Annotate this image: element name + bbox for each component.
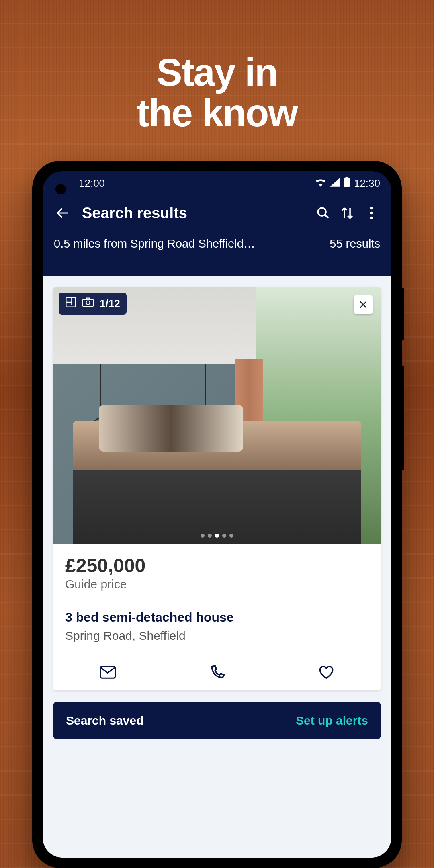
listing-card[interactable]: 1/12 £250,000 Guide price bbox=[53, 287, 381, 690]
filter-bar: 0.5 miles from Spring Road Sheffield… 55… bbox=[43, 237, 391, 265]
action-row bbox=[53, 654, 381, 690]
favourite-button[interactable] bbox=[272, 654, 381, 690]
svg-point-11 bbox=[86, 301, 90, 305]
svg-rect-0 bbox=[344, 178, 350, 187]
status-time-left: 12:00 bbox=[79, 177, 105, 190]
status-bar: 12:00 12:30 bbox=[43, 171, 391, 195]
toast-message: Search saved bbox=[66, 714, 143, 727]
phone-frame: 12:00 12:30 Search results bbox=[32, 161, 402, 868]
promo-line-1: Stay in bbox=[0, 52, 434, 93]
camera-hole bbox=[55, 184, 66, 194]
carousel-dots bbox=[201, 534, 233, 538]
description-block: 3 bed semi-detached house Spring Road, S… bbox=[53, 600, 381, 654]
close-button[interactable] bbox=[354, 295, 373, 314]
phone-side-button-1 bbox=[401, 288, 404, 340]
photo-pillows bbox=[99, 405, 243, 451]
email-button[interactable] bbox=[53, 654, 162, 690]
search-button[interactable] bbox=[311, 201, 335, 225]
svg-point-4 bbox=[370, 207, 373, 210]
floorplan-icon bbox=[65, 297, 76, 311]
back-button[interactable] bbox=[51, 201, 75, 225]
photo-badge[interactable]: 1/12 bbox=[59, 293, 127, 315]
dot bbox=[201, 534, 205, 538]
cellular-icon bbox=[330, 177, 340, 190]
photo-counter: 1/12 bbox=[100, 297, 120, 310]
status-time-right: 12:30 bbox=[354, 177, 380, 190]
svg-point-5 bbox=[370, 212, 373, 215]
more-button[interactable] bbox=[359, 201, 383, 225]
listing-photo[interactable]: 1/12 bbox=[53, 287, 381, 544]
filter-location[interactable]: 0.5 miles from Spring Road Sheffield… bbox=[54, 237, 255, 250]
listing-title: 3 bed semi-detached house bbox=[65, 610, 369, 625]
sort-button[interactable] bbox=[335, 201, 359, 225]
app-header: Search results bbox=[43, 195, 391, 237]
promo-line-2: the know bbox=[0, 93, 434, 133]
battery-icon bbox=[344, 177, 350, 190]
wifi-icon bbox=[315, 177, 326, 190]
phone-side-button-2 bbox=[401, 366, 404, 470]
results-area: 1/12 £250,000 Guide price bbox=[43, 276, 391, 858]
call-button[interactable] bbox=[162, 654, 272, 690]
page-title: Search results bbox=[82, 205, 187, 222]
search-saved-toast: Search saved Set up alerts bbox=[53, 702, 381, 739]
dot-active bbox=[215, 534, 219, 538]
dot bbox=[208, 534, 212, 538]
svg-point-2 bbox=[318, 208, 326, 216]
dot bbox=[222, 534, 226, 538]
svg-rect-1 bbox=[345, 177, 348, 178]
dot bbox=[229, 534, 233, 538]
price-label: Guide price bbox=[65, 577, 369, 591]
svg-point-6 bbox=[370, 217, 373, 219]
listing-price: £250,000 bbox=[65, 555, 369, 577]
camera-icon bbox=[82, 297, 94, 310]
svg-line-3 bbox=[325, 215, 328, 218]
price-block: £250,000 Guide price bbox=[53, 544, 381, 600]
results-count: 55 results bbox=[330, 237, 380, 250]
setup-alerts-link[interactable]: Set up alerts bbox=[296, 714, 368, 727]
status-right: 12:30 bbox=[315, 177, 380, 190]
promo-headline: Stay in the know bbox=[0, 52, 434, 133]
listing-address: Spring Road, Sheffield bbox=[65, 629, 369, 643]
phone-screen: 12:00 12:30 Search results bbox=[43, 171, 391, 858]
